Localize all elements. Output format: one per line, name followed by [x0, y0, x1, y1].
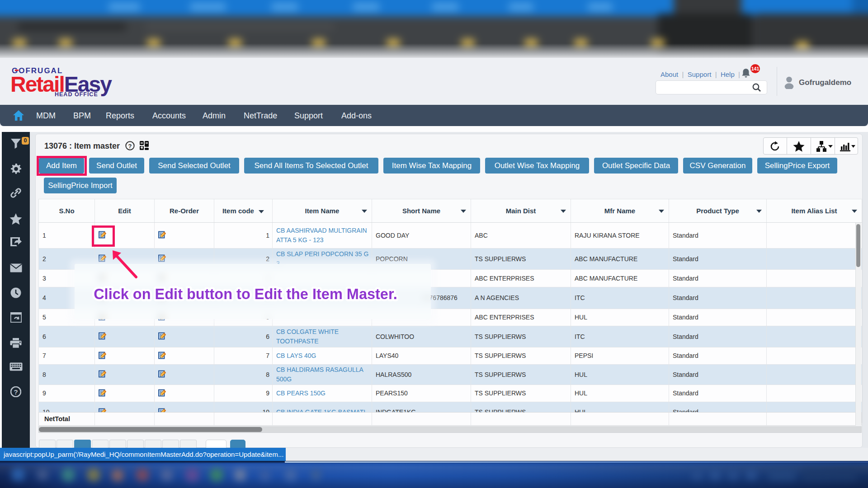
svg-text:?: ? [14, 388, 18, 396]
svg-text:?: ? [128, 143, 132, 150]
svg-text:Click on Edit button to Edit t: Click on Edit button to Edit the Item Ma… [94, 286, 397, 302]
